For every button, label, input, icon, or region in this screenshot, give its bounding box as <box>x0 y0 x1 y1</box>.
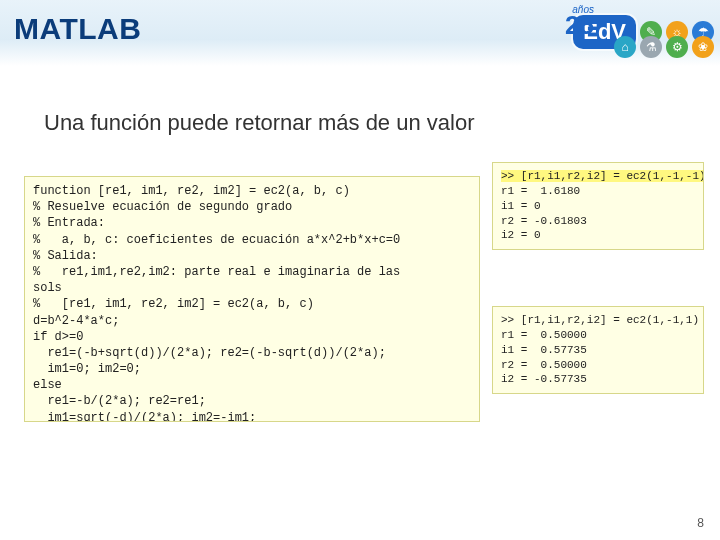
logo-cluster-row2: ⌂ ⚗ ⚙ ❀ <box>614 36 714 58</box>
code-block-output-2: >> [r1,i1,r2,i2] = ec2(1,-1,1) r1 = 0.50… <box>492 306 704 394</box>
decor-circle-icon: ⚙ <box>666 36 688 58</box>
page-number: 8 <box>697 516 704 530</box>
output-1-body: r1 = 1.6180 i1 = 0 r2 = -0.61803 i2 = 0 <box>501 185 587 242</box>
logo-years-number: 25 <box>565 10 594 41</box>
decor-circle-icon: ⚗ <box>640 36 662 58</box>
code-block-output-1: >> [r1,i1,r2,i2] = ec2(1,-1,-1) r1 = 1.6… <box>492 162 704 250</box>
slide-subtitle: Una función puede retornar más de un val… <box>44 110 474 136</box>
output-1-command: >> [r1,i1,r2,i2] = ec2(1,-1,-1) <box>501 170 704 182</box>
code-block-function: function [re1, im1, re2, im2] = ec2(a, b… <box>24 176 480 422</box>
decor-circle-icon: ❀ <box>692 36 714 58</box>
page-title: MATLAB <box>14 12 141 46</box>
slide: años 25 EdV ✎ ☼ ☂ ⌂ ⚗ ⚙ ❀ MATLAB Una fun… <box>0 0 720 540</box>
decor-circle-icon: ⌂ <box>614 36 636 58</box>
